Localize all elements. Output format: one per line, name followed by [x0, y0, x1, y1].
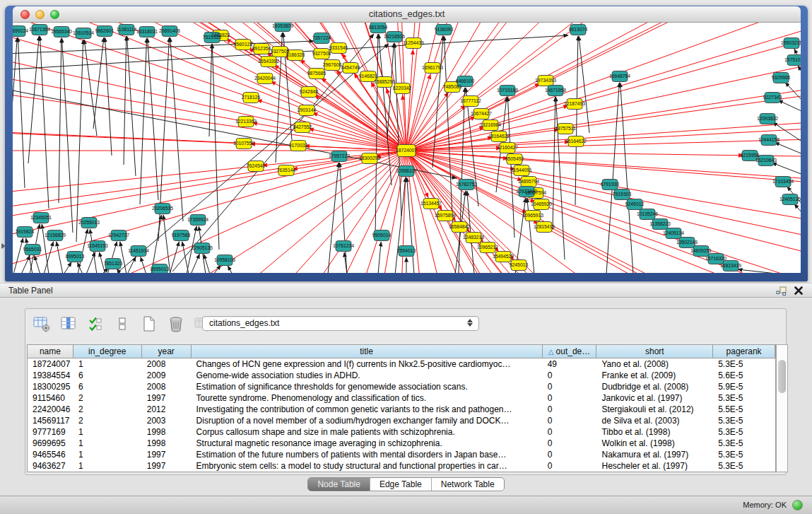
node-label: 10965212	[477, 245, 498, 250]
new-document-icon[interactable]	[140, 315, 158, 333]
node-label: 12815413	[534, 224, 555, 229]
column-header-outde[interactable]: △out_de…	[543, 345, 597, 358]
node-label: 20691406	[159, 28, 180, 33]
node-label: 15134457	[420, 201, 442, 206]
table-scrollbar[interactable]	[776, 344, 788, 472]
node-label: 2967608	[323, 62, 342, 67]
table-row[interactable]: 1872400712008Changes of HCN gene express…	[28, 358, 775, 370]
node-label: 11381114	[117, 27, 137, 32]
close-window-button[interactable]	[20, 10, 30, 19]
table-cell: 18724007	[28, 358, 73, 370]
table-row[interactable]: 977716911998Corpus callosum shape and si…	[28, 426, 775, 438]
table-cell: 5.3E-5	[713, 358, 775, 370]
float-panel-icon[interactable]	[775, 285, 787, 299]
node-label: 15903218	[781, 40, 801, 45]
table-options-icon[interactable]	[33, 315, 51, 333]
memory-ok-icon	[792, 500, 803, 510]
select-rows-check-icon[interactable]	[86, 315, 105, 333]
node-label: 16164622	[565, 139, 587, 144]
table-cell: Structural magnetic resonance image aver…	[192, 438, 543, 449]
node-label: 2718126	[242, 95, 261, 100]
table-cell: 2008	[142, 358, 192, 370]
node-label: 15318031	[136, 29, 158, 34]
close-panel-icon[interactable]	[794, 286, 804, 298]
tab-edge-table[interactable]: Edge Table	[370, 478, 431, 491]
table-cell: 5.3E-5	[713, 415, 775, 426]
node-label: 12093832	[757, 116, 778, 121]
node-label: 11545193	[87, 243, 108, 248]
node-label: 9875685	[307, 71, 326, 76]
table-cell: 5.3E-5	[713, 438, 775, 449]
collapsed-panel-expander-icon[interactable]	[1, 243, 6, 249]
node-label: 20206535	[152, 206, 173, 211]
table-cell: Disruption of a novel member of a sodium…	[192, 415, 543, 426]
node-label: 12610514	[73, 30, 94, 35]
table-cell: 9699695	[28, 438, 73, 449]
table-row[interactable]: 969969511998Structural magnetic resonanc…	[28, 438, 775, 449]
node-label: 16584842	[449, 224, 470, 229]
node-label: 11254439	[403, 40, 424, 45]
node-label: 9227343	[763, 95, 782, 100]
table-cell: 1	[73, 426, 142, 438]
table-cell: 5.3E-5	[713, 460, 775, 472]
table-toolbar: f(x) citations_edges.txt	[25, 309, 786, 339]
node-label: 16699224	[13, 28, 28, 33]
column-header-title[interactable]: title	[192, 345, 543, 358]
zoom-window-button[interactable]	[50, 10, 59, 19]
node-label: 7919303	[613, 192, 632, 197]
node-label: 15751074	[784, 57, 801, 62]
table-cell: de Silva et al. (2003)	[596, 415, 713, 426]
table-row[interactable]: 911546021997Tourette syndrome. Phenomeno…	[28, 392, 775, 404]
column-header-indegree[interactable]: in_degree	[73, 345, 142, 358]
window-titlebar[interactable]: citations_edges.txt	[13, 6, 801, 23]
column-header-short[interactable]: short	[596, 345, 713, 358]
node-label: 13216984	[480, 122, 501, 127]
node-label: 12923448	[516, 189, 537, 194]
column-header-pagerank[interactable]: pagerank	[713, 345, 775, 358]
node-label: 16053809	[272, 23, 293, 28]
node-label: 16823419	[720, 263, 741, 268]
table-select-dropdown[interactable]: citations_edges.txt	[202, 316, 479, 331]
node-label: 12156829	[45, 233, 66, 238]
table-row[interactable]: 1938455462009Genome-wide association stu…	[28, 370, 775, 381]
table-select-value: citations_edges.txt	[209, 318, 279, 328]
node-label: 10674427	[471, 111, 492, 116]
tab-node-table[interactable]: Node Table	[308, 478, 370, 491]
minimize-window-button[interactable]	[35, 10, 45, 19]
column-header-name[interactable]: name	[28, 345, 73, 358]
node-label: 16782753	[456, 182, 477, 187]
node-label: 23420044	[254, 76, 276, 81]
cytoscape-app: citations_edges.txt 18724007746382295601…	[0, 0, 812, 514]
network-canvas[interactable]: 1872400774638229560128891235493275051654…	[13, 23, 801, 273]
column-header-year[interactable]: year	[142, 345, 192, 358]
table-row[interactable]: 946362711997Embryonic stem cells: a mode…	[28, 460, 775, 472]
table-row[interactable]: 1830029562008Estimation of significance …	[28, 381, 775, 392]
node-label: 7635144	[277, 168, 296, 173]
table-cell: Corpus callosum shape and size in male p…	[192, 426, 543, 438]
table-row[interactable]: 2242004622012Investigating the contribut…	[28, 404, 775, 415]
node-label: 9505492	[505, 156, 524, 161]
table-cell: 1998	[142, 438, 192, 449]
table-cell: Embryonic stem cells: a model to study s…	[192, 460, 543, 472]
tab-network-table[interactable]: Network Table	[431, 478, 504, 491]
node-label: 12405135	[779, 197, 801, 201]
table-cell: Franke et al. (2009)	[596, 370, 713, 381]
node-label: 18757511	[555, 126, 576, 131]
table-cell: 0	[543, 381, 597, 392]
row-stack-icon[interactable]	[113, 315, 131, 333]
table-row[interactable]: 1456911722003Disruption of a novel membe…	[28, 415, 775, 426]
node-label: 16543392	[258, 59, 279, 64]
node-label: 15716320	[705, 256, 726, 261]
scrollbar-thumb[interactable]	[778, 360, 786, 393]
trash-icon[interactable]	[167, 315, 185, 333]
table-cell: Estimation of the future numbers of pati…	[192, 449, 543, 460]
node-label: 12345051	[30, 215, 52, 220]
node-label: 16961793	[422, 65, 443, 70]
table-panel-header: Table Panel	[0, 283, 812, 298]
table-tabs: Node Table Edge Table Network Table	[0, 477, 812, 491]
table-cell: 2012	[142, 404, 192, 415]
table-cell: Hescheler et al. (1997)	[596, 460, 713, 472]
select-column-icon[interactable]	[59, 315, 78, 333]
table-row[interactable]: 946554611997Estimation of the future num…	[28, 449, 775, 460]
node-label: 9862601	[95, 28, 114, 33]
